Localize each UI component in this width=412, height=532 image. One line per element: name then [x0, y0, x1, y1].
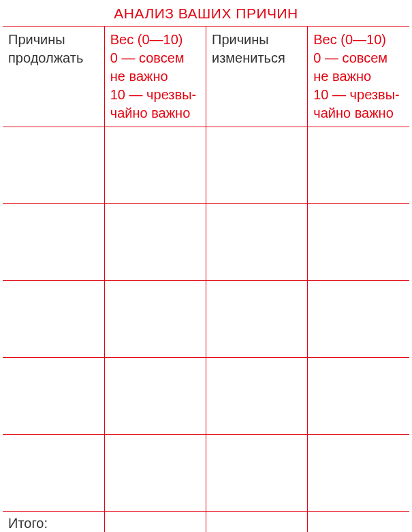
- table-row: [3, 204, 409, 281]
- totals-weight-change[interactable]: [308, 512, 409, 533]
- table-row: [3, 281, 409, 358]
- cell-weight-change[interactable]: [308, 204, 409, 281]
- cell-reason-change[interactable]: [206, 127, 308, 204]
- cell-reason-continue[interactable]: [3, 204, 104, 281]
- header-reasons-change: Причины измениться: [206, 27, 308, 127]
- table-row: [3, 358, 409, 435]
- totals-weight-continue[interactable]: [104, 512, 206, 533]
- cell-reason-change[interactable]: [206, 435, 308, 512]
- cell-weight-continue[interactable]: [104, 358, 206, 435]
- cell-weight-change[interactable]: [308, 127, 409, 204]
- cell-weight-continue[interactable]: [104, 204, 206, 281]
- cell-reason-continue[interactable]: [3, 127, 104, 204]
- header-weight-change: Вес (0—10)0 — совсем не важно10 — чрезвы…: [308, 27, 409, 127]
- cell-reason-change[interactable]: [206, 281, 308, 358]
- table-row: [3, 435, 409, 512]
- header-row: Причины продолжать Вес (0—10)0 — совсем …: [3, 27, 409, 127]
- header-reasons-continue: Причины продолжать: [3, 27, 104, 127]
- header-weight-continue: Вес (0—10)0 — совсем не важно10 — чрезвы…: [104, 27, 206, 127]
- cell-reason-change[interactable]: [206, 204, 308, 281]
- cell-reason-continue[interactable]: [3, 358, 104, 435]
- totals-label: Итого:: [3, 512, 104, 533]
- cell-weight-continue[interactable]: [104, 281, 206, 358]
- cell-reason-continue[interactable]: [3, 281, 104, 358]
- table-row: [3, 127, 409, 204]
- cell-reason-change[interactable]: [206, 358, 308, 435]
- totals-row: Итого:: [3, 512, 409, 533]
- cell-weight-change[interactable]: [308, 358, 409, 435]
- totals-reason-change[interactable]: [206, 512, 308, 533]
- cell-weight-continue[interactable]: [104, 435, 206, 512]
- cell-weight-continue[interactable]: [104, 127, 206, 204]
- cell-weight-change[interactable]: [308, 281, 409, 358]
- cell-weight-change[interactable]: [308, 435, 409, 512]
- reasons-table: Причины продолжать Вес (0—10)0 — совсем …: [3, 26, 409, 532]
- cell-reason-continue[interactable]: [3, 435, 104, 512]
- page-title: АНАЛИЗ ВАШИХ ПРИЧИН: [3, 5, 409, 22]
